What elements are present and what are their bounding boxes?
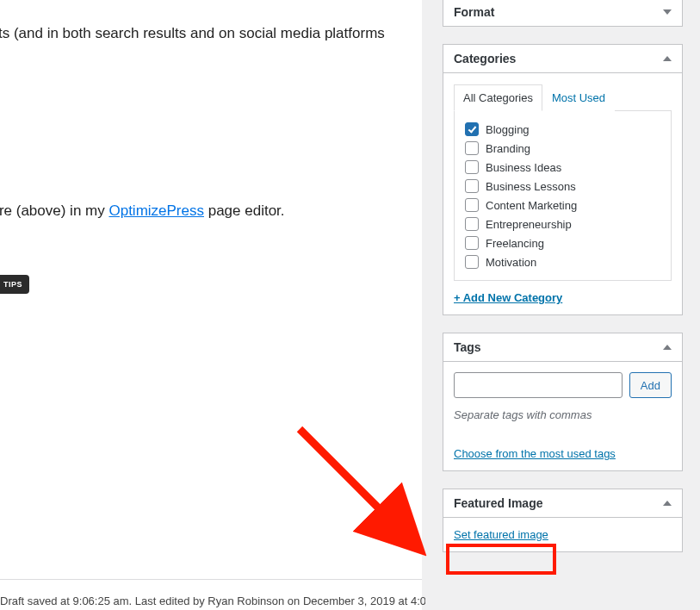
tags-input-row: Add <box>454 372 672 398</box>
category-label: Blogging <box>486 123 530 136</box>
category-label: Business Ideas <box>486 161 561 174</box>
format-panel-header[interactable]: Format <box>443 0 682 26</box>
editor-main: osts (and in both search results and on … <box>0 0 422 610</box>
checkbox-icon[interactable] <box>465 179 479 193</box>
tags-panel-header[interactable]: Tags <box>443 333 682 362</box>
category-item[interactable]: Motivation <box>465 252 660 271</box>
set-featured-image-link[interactable]: Set featured image <box>454 528 548 541</box>
category-item[interactable]: Branding <box>465 139 660 158</box>
body-text-fragment-2: nere (above) in my OptimizePress page ed… <box>0 200 294 222</box>
category-item[interactable]: Freelancing <box>465 233 660 252</box>
featured-image-panel: Featured Image Set featured image <box>443 489 683 552</box>
featured-image-panel-body: Set featured image <box>443 518 682 551</box>
category-label: Branding <box>486 142 530 155</box>
body-text-post: page editor. <box>204 202 285 219</box>
categories-panel-header[interactable]: Categories <box>443 45 682 73</box>
tags-panel-body: Add Separate tags with commas Choose fro… <box>443 362 682 470</box>
tags-hint-text: Separate tags with commas <box>454 408 672 421</box>
tab-most-used[interactable]: Most Used <box>542 84 615 111</box>
tags-panel-title: Tags <box>454 340 481 354</box>
checkbox-icon[interactable] <box>465 160 479 174</box>
body-text-pre: nere (above) in my <box>0 202 108 219</box>
chevron-down-icon <box>663 9 672 15</box>
categories-panel-title: Categories <box>454 52 516 65</box>
editor-sidebar: Format Categories All Categories Most Us… <box>425 0 700 610</box>
choose-most-used-tags-link[interactable]: Choose from the most used tags <box>454 447 672 460</box>
category-label: Business Lessons <box>486 180 576 193</box>
featured-image-panel-header[interactable]: Featured Image <box>443 489 682 518</box>
chevron-up-icon <box>663 345 672 350</box>
category-label: Motivation <box>486 256 536 269</box>
category-label: Content Marketing <box>486 199 577 212</box>
featured-image-panel-title: Featured Image <box>454 496 542 510</box>
chevron-up-icon <box>663 501 672 506</box>
categories-panel-body: All Categories Most Used BloggingBrandin… <box>443 73 682 314</box>
checkbox-icon[interactable] <box>465 122 479 136</box>
category-label: Freelancing <box>486 237 544 250</box>
checkbox-icon[interactable] <box>465 236 479 250</box>
checkbox-icon[interactable] <box>465 255 479 269</box>
divider <box>0 579 422 580</box>
tips-badge: TIPS <box>0 275 29 294</box>
chevron-up-icon <box>663 56 672 61</box>
format-panel: Format <box>443 0 683 27</box>
draft-status-text: Draft saved at 9:06:25 am. Last edited b… <box>0 594 451 607</box>
category-label: Entrepreneurship <box>486 218 572 231</box>
checkbox-icon[interactable] <box>465 198 479 212</box>
tab-all-categories[interactable]: All Categories <box>454 84 542 111</box>
tags-input[interactable] <box>454 372 623 398</box>
optimizepress-link[interactable]: OptimizePress <box>108 202 204 219</box>
category-item[interactable]: Blogging <box>465 120 660 139</box>
checkbox-icon[interactable] <box>465 217 479 231</box>
categories-tabs: All Categories Most Used <box>454 84 672 110</box>
category-item[interactable]: Entrepreneurship <box>465 215 660 233</box>
categories-panel: Categories All Categories Most Used Blog… <box>443 44 683 315</box>
category-item[interactable]: Content Marketing <box>465 196 660 215</box>
format-panel-title: Format <box>454 5 494 19</box>
categories-list: BloggingBrandingBusiness IdeasBusiness L… <box>454 110 672 281</box>
category-item[interactable]: Business Lessons <box>465 177 660 196</box>
tags-panel: Tags Add Separate tags with commas Choos… <box>443 333 683 471</box>
category-item[interactable]: Business Ideas <box>465 158 660 177</box>
add-tag-button[interactable]: Add <box>629 372 672 398</box>
add-new-category-link[interactable]: + Add New Category <box>454 291 672 304</box>
body-text-fragment-1: osts (and in both search results and on … <box>0 22 393 45</box>
checkbox-icon[interactable] <box>465 141 479 155</box>
